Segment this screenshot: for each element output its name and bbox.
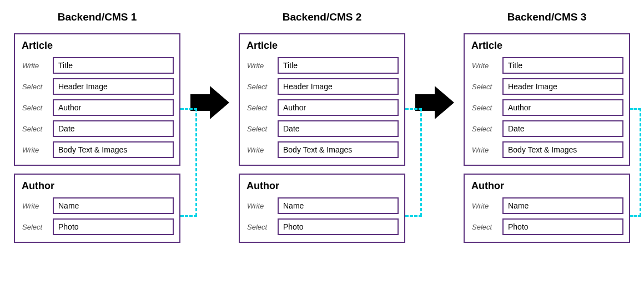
field-box: Header Image: [53, 78, 174, 95]
field-type-label: Select: [245, 104, 278, 112]
field-box: Date: [502, 120, 623, 137]
panel-title: Author: [21, 180, 174, 192]
author-panel: Author Write Name Select Photo: [14, 174, 180, 243]
field-box: Header Image: [278, 78, 399, 95]
field-row: Select Date: [245, 120, 399, 137]
diagram-columns: Backend/CMS 1 Article Write Title Select…: [14, 11, 630, 251]
field-row: Write Body Text & Images: [245, 141, 399, 158]
field-type-label: Write: [470, 62, 502, 70]
field-row: Select Author: [21, 99, 174, 116]
arrow-gap: [180, 11, 239, 177]
field-box: Date: [278, 120, 399, 137]
field-row: Write Name: [245, 197, 399, 214]
field-row: Select Header Image: [470, 78, 623, 95]
field-box: Name: [502, 197, 623, 214]
field-box: Name: [278, 197, 399, 214]
field-type-label: Select: [470, 83, 502, 91]
connector-line: [630, 215, 641, 217]
field-row: Select Date: [21, 120, 174, 137]
field-type-label: Write: [245, 202, 278, 210]
field-row: Select Author: [245, 99, 399, 116]
connector-line: [640, 108, 641, 216]
field-box: Date: [53, 120, 174, 137]
field-box: Author: [278, 99, 399, 116]
panel-title: Article: [245, 40, 399, 52]
field-box: Title: [53, 57, 174, 74]
connector-line: [195, 108, 197, 216]
field-type-label: Write: [21, 62, 53, 70]
field-row: Select Photo: [245, 218, 399, 235]
backend-cms-column-3: Backend/CMS 3 Article Write Title Select…: [464, 11, 630, 251]
field-box: Header Image: [502, 78, 623, 95]
field-type-label: Select: [245, 83, 278, 91]
backend-cms-column-1: Backend/CMS 1 Article Write Title Select…: [14, 11, 180, 251]
field-type-label: Select: [470, 104, 502, 112]
field-row: Select Date: [470, 120, 623, 137]
field-box: Photo: [278, 218, 399, 235]
panel-title: Article: [21, 40, 174, 52]
field-row: Write Body Text & Images: [470, 141, 623, 158]
connector-line: [420, 108, 422, 216]
field-row: Write Name: [470, 197, 623, 214]
field-type-label: Select: [21, 125, 53, 133]
connector-line: [180, 108, 197, 110]
column-header: Backend/CMS 2: [239, 11, 405, 23]
field-box: Author: [502, 99, 623, 116]
panel-title: Author: [245, 180, 399, 192]
author-panel: Author Write Name Select Photo: [239, 174, 405, 243]
field-type-label: Select: [21, 223, 53, 231]
connector-line: [180, 215, 197, 217]
field-type-label: Select: [245, 125, 278, 133]
field-type-label: Select: [21, 104, 53, 112]
field-type-label: Write: [470, 202, 502, 210]
connector-line: [405, 215, 422, 217]
field-type-label: Select: [21, 83, 53, 91]
field-type-label: Write: [21, 146, 53, 154]
field-row: Write Title: [245, 57, 399, 74]
panel-title: Article: [470, 40, 623, 52]
field-box: Photo: [502, 218, 623, 235]
field-row: Write Title: [470, 57, 623, 74]
author-panel: Author Write Name Select Photo: [464, 174, 630, 243]
panel-title: Author: [470, 180, 623, 192]
article-panel: Article Write Title Select Header Image …: [464, 33, 630, 166]
field-box: Body Text & Images: [53, 141, 174, 158]
column-header: Backend/CMS 3: [464, 11, 630, 23]
field-row: Select Header Image: [245, 78, 399, 95]
field-box: Author: [53, 99, 174, 116]
field-type-label: Select: [470, 223, 502, 231]
column-header: Backend/CMS 1: [14, 11, 180, 23]
connector-line: [405, 108, 422, 110]
backend-cms-column-2: Backend/CMS 2 Article Write Title Select…: [239, 11, 405, 251]
field-row: Write Name: [21, 197, 174, 214]
field-row: Write Body Text & Images: [21, 141, 174, 158]
article-panel: Article Write Title Select Header Image …: [14, 33, 180, 166]
field-box: Body Text & Images: [278, 141, 399, 158]
field-row: Select Author: [470, 99, 623, 116]
field-type-label: Select: [470, 125, 502, 133]
field-box: Body Text & Images: [502, 141, 623, 158]
field-box: Title: [278, 57, 399, 74]
arrow-right-icon: [188, 83, 232, 122]
field-type-label: Write: [245, 62, 278, 70]
field-row: Select Header Image: [21, 78, 174, 95]
field-row: Select Photo: [21, 218, 174, 235]
field-type-label: Write: [21, 202, 53, 210]
article-panel: Article Write Title Select Header Image …: [239, 33, 405, 166]
field-box: Title: [502, 57, 623, 74]
field-row: Select Photo: [470, 218, 623, 235]
field-box: Photo: [53, 218, 174, 235]
field-type-label: Write: [245, 146, 278, 154]
field-type-label: Select: [245, 223, 278, 231]
arrow-gap: [405, 11, 464, 177]
field-box: Name: [53, 197, 174, 214]
field-row: Write Title: [21, 57, 174, 74]
field-type-label: Write: [470, 146, 502, 154]
arrow-right-icon: [412, 83, 457, 122]
